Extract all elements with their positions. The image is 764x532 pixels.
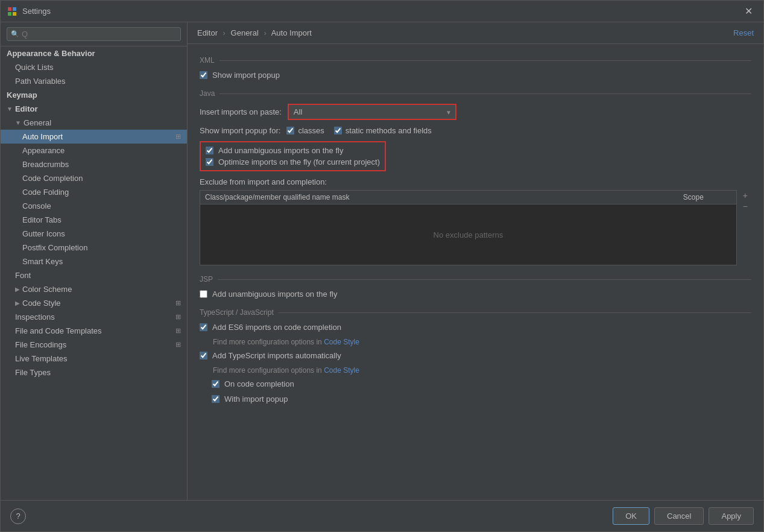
search-input-wrap[interactable]: 🔍 (7, 27, 181, 41)
exclude-table-header: Class/package/member qualified name mask… (200, 191, 736, 204)
reset-link[interactable]: Reset (733, 28, 754, 37)
close-button[interactable]: ✕ (740, 3, 757, 19)
insert-imports-label: Insert imports on paste: (200, 107, 282, 116)
code-style-link-2[interactable]: Code Style (324, 366, 359, 375)
content-area: 🔍 Appearance & Behavior Quick Lists Path… (1, 22, 763, 500)
optimize-imports-checkbox[interactable] (206, 158, 213, 166)
sidebar-item-breadcrumbs[interactable]: Breadcrumbs (1, 157, 187, 171)
sidebar-item-postfix-completion[interactable]: Postfix Completion (1, 241, 187, 255)
jsp-add-unambiguous-text: Add unambiguous imports on the fly (212, 290, 337, 299)
sidebar-item-code-folding[interactable]: Code Folding (1, 185, 187, 199)
insert-imports-select[interactable]: All Ask None (288, 104, 456, 120)
add-es6-checkbox[interactable] (200, 323, 207, 331)
show-import-static-checkbox[interactable] (334, 127, 342, 135)
add-typescript-label[interactable]: Add TypeScript imports automatically (200, 351, 341, 360)
add-es6-label[interactable]: Add ES6 imports on code completion (200, 323, 341, 332)
add-unambiguous-checkbox[interactable] (206, 147, 213, 154)
jsp-add-unambiguous-label[interactable]: Add unambiguous imports on the fly (200, 290, 337, 299)
sidebar-item-label: Gutter Icons (22, 229, 65, 238)
app-icon (7, 6, 17, 17)
show-import-static-label[interactable]: static methods and fields (334, 126, 432, 135)
exclude-col-name: Class/package/member qualified name mask (205, 193, 683, 201)
sidebar-item-code-style[interactable]: ▶ Code Style ⊞ (1, 296, 187, 310)
sidebar-item-general[interactable]: ▼ General (1, 116, 187, 130)
on-code-completion-label[interactable]: On code completion (212, 379, 294, 388)
window-title: Settings (22, 7, 740, 16)
sidebar-item-label: Inspections (15, 312, 55, 321)
ok-button[interactable]: OK (613, 507, 649, 525)
arrow-icon: ▼ (15, 119, 21, 126)
apply-button[interactable]: Apply (709, 507, 754, 525)
button-group: OK Cancel Apply (613, 507, 754, 525)
exclude-section: Exclude from import and completion: Clas… (200, 177, 751, 265)
xml-show-import-checkbox[interactable] (200, 71, 207, 79)
sidebar-item-appearance-behavior[interactable]: Appearance & Behavior (1, 46, 187, 60)
bottom-bar: ? OK Cancel Apply (1, 500, 763, 531)
sidebar-item-label: Keymap (7, 90, 37, 100)
sidebar-item-console[interactable]: Console (1, 199, 187, 213)
sidebar-item-quick-lists[interactable]: Quick Lists (1, 60, 187, 74)
exclude-label: Exclude from import and completion: (200, 177, 751, 186)
sidebar-item-label: Breadcrumbs (22, 160, 69, 169)
optimize-imports-text: Optimize imports on the fly (for current… (218, 157, 380, 166)
file-icon: ⊞ (175, 313, 181, 321)
optimize-imports-row: Optimize imports on the fly (for current… (206, 157, 380, 166)
exclude-empty-text: No exclude patterns (434, 230, 504, 239)
search-input[interactable] (22, 30, 177, 39)
add-typescript-row: Add TypeScript imports automatically (200, 351, 751, 360)
with-import-popup-checkbox[interactable] (212, 395, 219, 403)
xml-show-import-label[interactable]: Show import popup (200, 71, 280, 80)
with-import-popup-label[interactable]: With import popup (212, 394, 288, 404)
arrow-icon: ▶ (15, 300, 20, 306)
add-unambiguous-row: Add unambiguous imports on the fly (206, 146, 380, 155)
find-more-2-text: Find more configuration options in (213, 366, 322, 375)
exclude-col-scope: Scope (683, 193, 731, 201)
sidebar-item-label: File Encodings (15, 340, 66, 349)
help-button[interactable]: ? (10, 508, 26, 524)
file-icon: ⊞ (175, 327, 181, 335)
sidebar-item-code-completion[interactable]: Code Completion (1, 171, 187, 185)
sidebar-item-label: Console (22, 201, 51, 211)
sidebar-item-live-templates[interactable]: Live Templates (1, 352, 187, 366)
sidebar-item-inspections[interactable]: Inspections ⊞ (1, 310, 187, 324)
code-style-link-1[interactable]: Code Style (324, 338, 359, 346)
add-typescript-text: Add TypeScript imports automatically (212, 351, 341, 360)
sidebar-item-color-scheme[interactable]: ▶ Color Scheme (1, 282, 187, 296)
svg-rect-3 (13, 12, 16, 16)
sidebar-item-gutter-icons[interactable]: Gutter Icons (1, 227, 187, 241)
arrow-icon: ▶ (15, 286, 20, 293)
show-import-classes-checkbox[interactable] (286, 127, 294, 135)
sidebar-item-label: Editor (15, 104, 38, 113)
on-code-completion-checkbox[interactable] (212, 380, 219, 388)
sidebar-item-smart-keys[interactable]: Smart Keys (1, 255, 187, 268)
jsp-add-unambiguous-checkbox[interactable] (200, 290, 207, 298)
sidebar-item-label: Appearance & Behavior (7, 49, 95, 58)
show-import-classes-label[interactable]: classes (286, 126, 324, 135)
optimize-imports-label[interactable]: Optimize imports on the fly (for current… (206, 157, 380, 166)
svg-rect-1 (13, 7, 16, 11)
sidebar-item-label: Live Templates (15, 354, 67, 363)
on-code-completion-row: On code completion (200, 379, 751, 388)
xml-show-import-text: Show import popup (212, 71, 280, 80)
sidebar-nav: Appearance & Behavior Quick Lists Path V… (1, 46, 187, 500)
add-unambiguous-label[interactable]: Add unambiguous imports on the fly (206, 146, 343, 155)
sidebar-item-path-variables[interactable]: Path Variables (1, 74, 187, 88)
sidebar-item-keymap[interactable]: Keymap (1, 88, 187, 102)
sidebar-item-editor[interactable]: ▼ Editor (1, 102, 187, 116)
exclude-remove-button[interactable]: − (739, 201, 751, 212)
exclude-table: Class/package/member qualified name mask… (200, 190, 737, 265)
sidebar-item-file-code-templates[interactable]: File and Code Templates ⊞ (1, 324, 187, 338)
show-import-for-row: Show import popup for: classes static me… (200, 126, 751, 135)
exclude-add-button[interactable]: + (739, 190, 751, 201)
sidebar-item-font[interactable]: Font (1, 268, 187, 282)
sidebar-item-auto-import[interactable]: Auto Import ⊞ (1, 130, 187, 144)
cancel-button[interactable]: Cancel (654, 507, 704, 525)
find-more-1-row: Find more configuration options in Code … (200, 338, 751, 346)
ts-section-label: TypeScript / JavaScript (200, 308, 751, 317)
sidebar-item-appearance[interactable]: Appearance (1, 144, 187, 157)
add-typescript-checkbox[interactable] (200, 352, 207, 359)
sidebar-item-file-types[interactable]: File Types (1, 366, 187, 379)
breadcrumb-sep1: › (223, 28, 226, 37)
sidebar-item-file-encodings[interactable]: File Encodings ⊞ (1, 338, 187, 352)
sidebar-item-editor-tabs[interactable]: Editor Tabs (1, 213, 187, 227)
